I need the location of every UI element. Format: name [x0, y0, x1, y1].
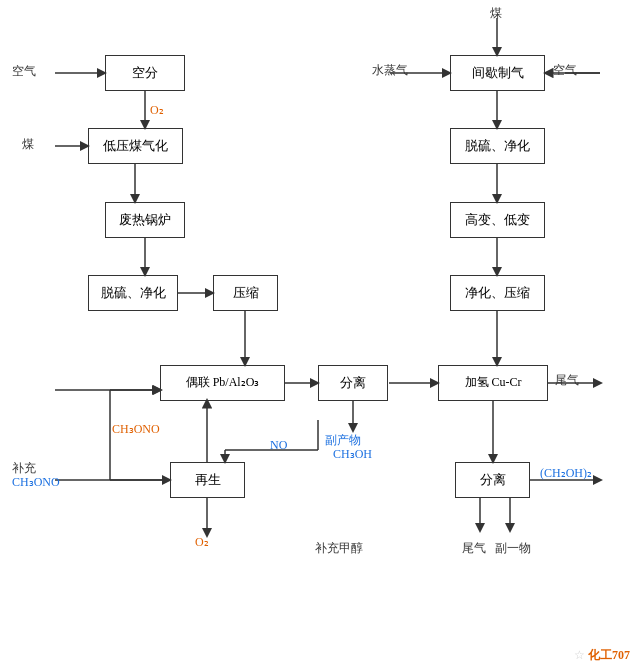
label-no: NO [270, 438, 287, 453]
label-weiqi-right: 尾气 [555, 372, 579, 389]
box-diyameiqi: 低压煤气化 [88, 128, 183, 164]
arrows-svg [0, 0, 640, 672]
label-o2-bottom: O₂ [195, 535, 209, 550]
label-ch2oh2: (CH₂OH)₂ [540, 466, 592, 481]
box-jinghua2: 净化、压缩 [450, 275, 545, 311]
label-kongqi-left: 空气 [12, 63, 36, 80]
box-kongfen: 空分 [105, 55, 185, 91]
label-ch3oh: CH₃OH [333, 447, 372, 462]
label-kongqi-right: 空气 [553, 62, 577, 79]
box-zaisheng: 再生 [170, 462, 245, 498]
label-o2: O₂ [150, 103, 164, 118]
box-tuoliu2: 脱硫、净化 [450, 128, 545, 164]
box-oulian: 偶联 Pb/Al₂O₃ [160, 365, 285, 401]
label-fuchanwu2: 副一物 [495, 540, 531, 557]
box-yasuo1: 压缩 [213, 275, 278, 311]
box-gaobian: 高变、低变 [450, 202, 545, 238]
label-ch3ono-left: CH₃ONO [12, 475, 60, 490]
watermark: ☆ 化工707 [574, 647, 630, 664]
label-shuizhengqi: 水蒸气 [372, 62, 408, 79]
flow-diagram: 空分 低压煤气化 废热锅炉 脱硫、净化 压缩 间歇制气 脱硫、净化 高变、低变 … [0, 0, 640, 672]
label-weiqi-bottom: 尾气 [462, 540, 486, 557]
box-jianqizhiqihua: 间歇制气 [450, 55, 545, 91]
box-fenli1: 分离 [318, 365, 388, 401]
box-jiaqing: 加氢 Cu-Cr [438, 365, 548, 401]
label-ch3ono-loop: CH₃ONO [112, 422, 160, 437]
box-tuoliu1: 脱硫、净化 [88, 275, 178, 311]
label-buchong-jiachun: 补充甲醇 [315, 540, 363, 557]
label-mei-left: 煤 [22, 136, 34, 153]
box-fenli2: 分离 [455, 462, 530, 498]
label-mei-right: 煤 [490, 5, 502, 22]
box-feirelguo: 废热锅炉 [105, 202, 185, 238]
